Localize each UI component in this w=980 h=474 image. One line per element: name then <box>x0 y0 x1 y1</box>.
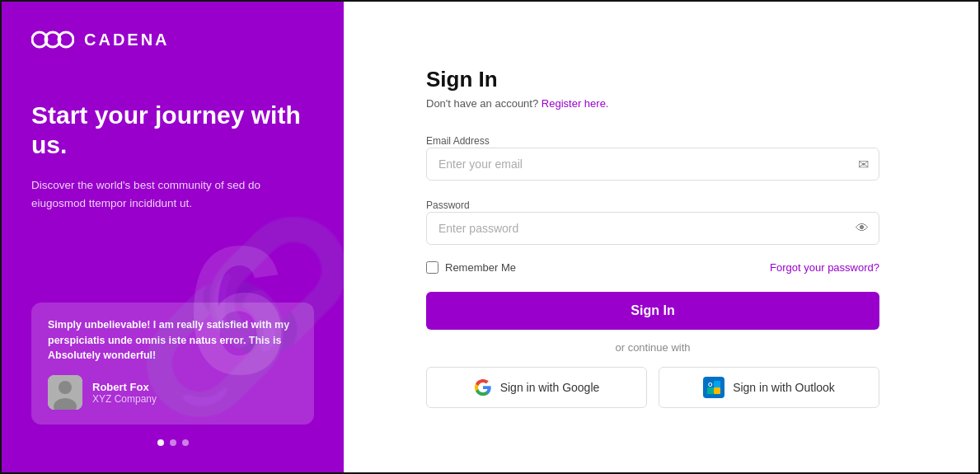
remember-checkbox[interactable] <box>426 261 438 274</box>
svg-text:O: O <box>708 382 713 387</box>
google-icon <box>474 378 492 397</box>
email-input[interactable] <box>426 148 879 181</box>
carousel-dots <box>31 439 314 446</box>
dot-2[interactable] <box>170 439 176 446</box>
dot-1[interactable] <box>157 439 164 446</box>
testimonial-author-row: Robert Fox XYZ Company <box>48 375 298 410</box>
remember-label[interactable]: Remember Me <box>445 261 516 274</box>
google-signin-button[interactable]: Sign in with Google <box>426 367 647 408</box>
hero-heading: Start your journey with us. <box>31 101 314 160</box>
email-icon: ✉ <box>858 156 869 171</box>
svg-rect-8 <box>714 381 720 387</box>
author-info: Robert Fox XYZ Company <box>92 381 157 405</box>
register-link[interactable]: Register here. <box>542 97 609 110</box>
eye-icon[interactable]: 👁 <box>856 221 869 236</box>
remember-me-row: Remember Me <box>426 261 516 274</box>
left-panel: 🔗 6 CADENA Start your journey with us. D… <box>2 2 344 472</box>
outlook-signin-button[interactable]: O Sign in with Outlook <box>659 367 879 408</box>
email-field-group: Email Address ✉ <box>426 133 879 197</box>
email-label: Email Address <box>426 135 490 147</box>
right-panel: Sign In Don't have an account? Register … <box>344 2 978 472</box>
svg-rect-10 <box>714 387 720 394</box>
brand-name: CADENA <box>84 31 170 49</box>
testimonial-card: Simply unbelievable! I am really satisfi… <box>31 303 314 425</box>
author-name: Robert Fox <box>92 381 157 393</box>
password-input-wrapper: 👁 <box>426 212 879 245</box>
svg-rect-9 <box>707 387 714 394</box>
page-title: Sign In <box>426 67 879 92</box>
or-divider: or continue with <box>426 341 879 354</box>
logo-row: CADENA <box>31 28 314 51</box>
password-field-group: Password 👁 <box>426 197 879 261</box>
outlook-btn-label: Sign in with Outlook <box>733 381 835 394</box>
author-company: XYZ Company <box>92 393 157 405</box>
register-prompt: Don't have an account? Register here. <box>426 97 879 110</box>
logo-icon <box>31 28 74 51</box>
forgot-password-link[interactable]: Forgot your password? <box>770 261 879 274</box>
hero-subtext: Discover the world's best community of s… <box>31 176 314 212</box>
avatar <box>48 375 82 410</box>
dot-3[interactable] <box>182 439 189 446</box>
email-input-wrapper: ✉ <box>426 148 879 181</box>
outlook-icon: O <box>703 377 724 398</box>
social-buttons: Sign in with Google O Sign in with Outlo… <box>426 367 879 408</box>
remember-forgot-row: Remember Me Forgot your password? <box>426 261 879 274</box>
svg-point-5 <box>59 381 72 394</box>
testimonial-text: Simply unbelievable! I am really satisfi… <box>48 317 298 364</box>
password-input[interactable] <box>426 212 879 245</box>
password-label: Password <box>426 199 470 211</box>
sign-in-button[interactable]: Sign In <box>426 292 879 330</box>
google-btn-label: Sign in with Google <box>500 381 600 394</box>
app-frame: 🔗 6 CADENA Start your journey with us. D… <box>0 0 980 474</box>
